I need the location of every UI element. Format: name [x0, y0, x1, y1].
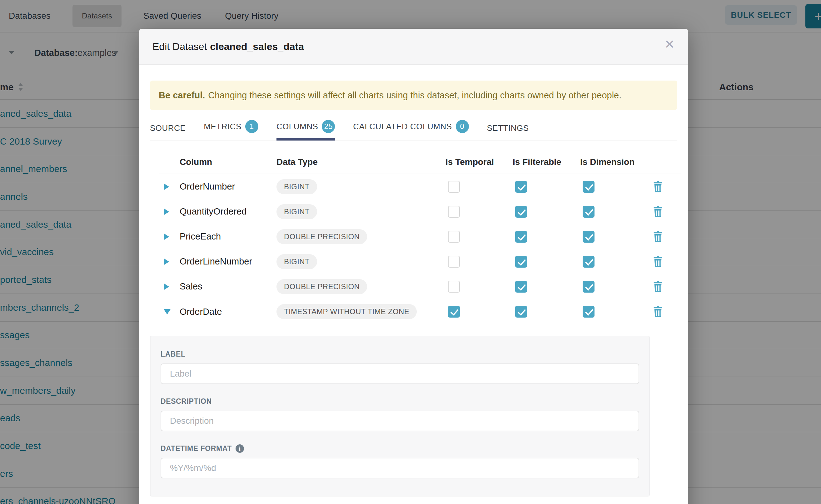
- close-icon[interactable]: ✕: [664, 38, 675, 51]
- data-type-pill: BIGINT: [276, 204, 317, 219]
- data-type-pill: TIMESTAMP WITHOUT TIME ZONE: [276, 304, 417, 319]
- is-dimension-checkbox[interactable]: [583, 281, 595, 293]
- is-dimension-checkbox[interactable]: [583, 206, 595, 218]
- warning-text: Changing these settings will affect all …: [208, 90, 621, 101]
- label-field-label: LABEL: [161, 350, 639, 358]
- delete-icon[interactable]: [653, 256, 663, 268]
- column-detail-panel: LABEL DESCRIPTION DATETIME FORMAT i: [150, 336, 650, 497]
- is-dimension-checkbox[interactable]: [583, 181, 595, 193]
- columns-table: Column Data Type Is Temporal Is Filterab…: [159, 151, 681, 324]
- is-dimension-checkbox[interactable]: [583, 231, 595, 243]
- column-name: Sales: [180, 281, 276, 292]
- data-type-pill: DOUBLE PRECISION: [276, 279, 367, 294]
- delete-icon[interactable]: [653, 181, 663, 193]
- column-header: Column: [180, 157, 276, 167]
- modal-title: Edit Datasetcleaned_sales_data: [152, 41, 304, 52]
- expand-caret-icon[interactable]: [159, 233, 180, 240]
- data-type-pill: BIGINT: [276, 254, 317, 269]
- edit-dataset-modal: Edit Datasetcleaned_sales_data ✕ Be care…: [139, 29, 688, 504]
- expand-caret-icon[interactable]: [159, 258, 180, 265]
- datetime-format-label-text: DATETIME FORMAT: [161, 444, 232, 453]
- columns-table-body: OrderNumber BIGINT QuantityOrdered BIGIN…: [159, 174, 681, 324]
- column-name: PriceEach: [180, 231, 276, 242]
- tab-count-badge: 25: [322, 120, 335, 133]
- tab-label: CALCULATED COLUMNS: [353, 122, 452, 131]
- data-type-header: Data Type: [276, 157, 446, 167]
- is-dimension-header: Is Dimension: [580, 157, 649, 167]
- tab-count-badge: 1: [245, 120, 258, 133]
- warning-banner: Be careful. Changing these settings will…: [150, 81, 677, 110]
- delete-icon[interactable]: [653, 206, 663, 218]
- is-temporal-checkbox[interactable]: [448, 181, 460, 193]
- modal-header: Edit Datasetcleaned_sales_data ✕: [139, 29, 688, 65]
- column-row: QuantityOrdered BIGINT: [159, 199, 681, 224]
- warning-bold-text: Be careful.: [159, 90, 205, 101]
- modal-tabs: SOURCE METRICS 1 COLUMNS 25 CALCULATED C…: [150, 118, 677, 141]
- tab-columns[interactable]: COLUMNS 25: [276, 120, 335, 141]
- is-filterable-checkbox[interactable]: [515, 256, 527, 268]
- description-field-label-text: DESCRIPTION: [161, 397, 212, 406]
- is-filterable-checkbox[interactable]: [515, 231, 527, 243]
- tab-label: SOURCE: [150, 123, 185, 133]
- delete-icon[interactable]: [653, 306, 663, 318]
- expand-caret-icon[interactable]: [159, 309, 180, 314]
- column-row: OrderNumber BIGINT: [159, 174, 681, 199]
- info-icon[interactable]: i: [235, 444, 244, 453]
- tab-metrics[interactable]: METRICS 1: [204, 120, 258, 141]
- delete-icon[interactable]: [653, 231, 663, 243]
- is-temporal-checkbox[interactable]: [448, 206, 460, 218]
- is-filterable-checkbox[interactable]: [515, 181, 527, 193]
- label-field-label-text: LABEL: [161, 350, 185, 358]
- data-type-pill: BIGINT: [276, 179, 317, 194]
- tab-label: METRICS: [204, 122, 241, 131]
- expand-caret-icon[interactable]: [159, 283, 180, 290]
- columns-table-header: Column Data Type Is Temporal Is Filterab…: [159, 151, 681, 174]
- is-dimension-checkbox[interactable]: [583, 256, 595, 268]
- is-filterable-checkbox[interactable]: [515, 306, 527, 318]
- column-name: QuantityOrdered: [180, 206, 276, 217]
- tab-source[interactable]: SOURCE: [150, 123, 185, 141]
- column-row: PriceEach DOUBLE PRECISION: [159, 224, 681, 249]
- column-name: OrderNumber: [180, 181, 276, 192]
- tab-count-badge: 0: [456, 120, 469, 133]
- column-row: Sales DOUBLE PRECISION: [159, 274, 681, 299]
- modal-title-dataset-name: cleaned_sales_data: [210, 41, 304, 52]
- expand-caret-icon[interactable]: [159, 208, 180, 215]
- tab-label: COLUMNS: [276, 122, 318, 131]
- is-filterable-checkbox[interactable]: [515, 281, 527, 293]
- is-dimension-checkbox[interactable]: [583, 306, 595, 318]
- modal-body: Be careful. Changing these settings will…: [139, 81, 688, 497]
- is-temporal-checkbox[interactable]: [448, 231, 460, 243]
- is-temporal-checkbox[interactable]: [448, 306, 460, 318]
- screen: Databases Datasets Saved Queries Query H…: [0, 0, 821, 504]
- datetime-format-input[interactable]: [161, 458, 639, 478]
- tab-calculated-columns[interactable]: CALCULATED COLUMNS 0: [353, 120, 469, 141]
- datetime-format-field-label: DATETIME FORMAT i: [161, 444, 639, 453]
- label-input[interactable]: [161, 363, 639, 384]
- tab-label: SETTINGS: [487, 123, 529, 133]
- is-temporal-header: Is Temporal: [446, 157, 513, 167]
- modal-title-prefix: Edit Dataset: [152, 41, 207, 52]
- description-field-label: DESCRIPTION: [161, 397, 639, 406]
- is-temporal-checkbox[interactable]: [448, 281, 460, 293]
- expand-caret-icon[interactable]: [159, 183, 180, 190]
- data-type-pill: DOUBLE PRECISION: [276, 229, 367, 244]
- description-input[interactable]: [161, 411, 639, 431]
- column-row: OrderLineNumber BIGINT: [159, 249, 681, 274]
- is-filterable-header: Is Filterable: [513, 157, 580, 167]
- column-name: OrderDate: [180, 307, 276, 317]
- column-row: OrderDate TIMESTAMP WITHOUT TIME ZONE: [159, 299, 681, 324]
- column-name: OrderLineNumber: [180, 256, 276, 267]
- delete-icon[interactable]: [653, 281, 663, 293]
- tab-settings[interactable]: SETTINGS: [487, 123, 529, 141]
- is-filterable-checkbox[interactable]: [515, 206, 527, 218]
- is-temporal-checkbox[interactable]: [448, 256, 460, 268]
